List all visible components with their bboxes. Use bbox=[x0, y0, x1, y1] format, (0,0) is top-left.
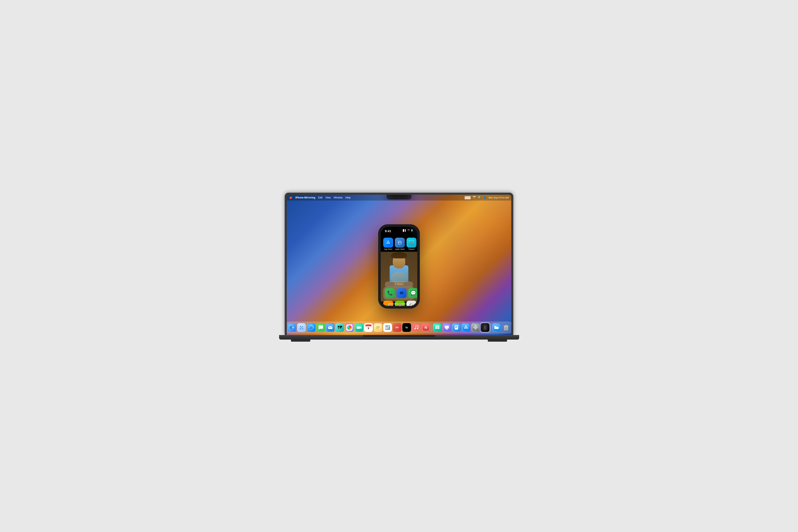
fitness-icon bbox=[406, 238, 416, 247]
dock-system-prefs[interactable] bbox=[471, 323, 480, 332]
svg-rect-61 bbox=[504, 325, 509, 326]
notes-icon bbox=[375, 324, 381, 330]
svg-rect-39 bbox=[437, 327, 439, 328]
trash-icon bbox=[503, 324, 509, 331]
svg-point-16 bbox=[302, 328, 303, 329]
svg-text:9: 9 bbox=[368, 327, 369, 330]
dock-files[interactable] bbox=[492, 323, 501, 332]
dock-music[interactable] bbox=[412, 323, 421, 332]
svg-rect-44 bbox=[446, 328, 448, 329]
mail-icon: ✉ bbox=[397, 288, 406, 298]
messages-icon bbox=[318, 324, 324, 330]
svg-rect-38 bbox=[435, 327, 437, 328]
threads-icon bbox=[406, 301, 416, 306]
svg-rect-26 bbox=[365, 325, 372, 326]
dock-reminders[interactable]: ☑️ bbox=[383, 323, 392, 332]
finder-icon bbox=[289, 324, 295, 331]
iphone-app-applestore[interactable]: Apple Store bbox=[395, 238, 405, 250]
dock-maps[interactable]: 🗺 bbox=[336, 323, 344, 332]
datetime-display: Mon Sep 9 9:41 AM bbox=[489, 196, 509, 199]
svg-rect-29 bbox=[376, 326, 380, 326]
dock-freeform[interactable]: ✏ bbox=[393, 323, 401, 332]
iphone-app-appstore[interactable]: App Store bbox=[383, 238, 393, 250]
iphone-dock-phone[interactable]: 📞 bbox=[385, 288, 395, 298]
svg-point-54 bbox=[475, 327, 476, 328]
iphone-app-bumble[interactable]: 🐝 Bumble bbox=[383, 301, 393, 306]
apple-menu[interactable]: 🍎 bbox=[289, 196, 292, 199]
svg-point-13 bbox=[300, 326, 301, 327]
keynote-icon bbox=[444, 324, 450, 330]
dock-safari[interactable] bbox=[307, 323, 316, 332]
iphone-app-fitness[interactable]: Fitness bbox=[406, 238, 416, 250]
dock-keynote[interactable] bbox=[442, 323, 451, 332]
dock-iphone-mirror[interactable] bbox=[481, 323, 489, 332]
menu-bar-right: ▓▓▓ 🔍 bbox=[465, 196, 509, 199]
iphone-app-threads[interactable]: Threads bbox=[406, 301, 416, 306]
svg-rect-62 bbox=[505, 325, 507, 325]
news-icon: N bbox=[423, 324, 429, 330]
user-icon[interactable]: 👤 bbox=[483, 196, 487, 199]
appstore-label: App Store bbox=[384, 248, 392, 250]
dock-appstore[interactable] bbox=[461, 323, 470, 332]
svg-point-11 bbox=[292, 327, 293, 328]
dock-mail[interactable] bbox=[326, 323, 335, 332]
dock-finder[interactable] bbox=[288, 323, 296, 332]
iphone-device[interactable]: 9:41 ▐▌▌ bbox=[378, 224, 420, 308]
view-menu[interactable]: View bbox=[325, 196, 331, 199]
svg-rect-31 bbox=[376, 328, 378, 328]
dock-news[interactable]: N bbox=[421, 323, 430, 332]
dock-pages[interactable] bbox=[452, 323, 461, 332]
dock-appletv[interactable]: tv bbox=[402, 323, 411, 332]
iphone-dock-mail[interactable]: ✉ bbox=[397, 288, 406, 298]
bumble-icon: 🐝 bbox=[383, 301, 393, 306]
svg-rect-37 bbox=[435, 326, 439, 326]
svg-point-10 bbox=[290, 327, 291, 328]
files-icon bbox=[493, 324, 499, 330]
macbook-foot-left bbox=[291, 339, 310, 342]
reminders-icon: ☑️ bbox=[385, 325, 390, 330]
iphone-screen: 9:41 ▐▌▌ bbox=[381, 227, 417, 306]
battery-icon[interactable]: ▓▓▓ bbox=[465, 196, 471, 199]
dock-numbers[interactable] bbox=[433, 323, 442, 332]
facetime-icon bbox=[356, 324, 362, 330]
search-icon[interactable]: 🔍 bbox=[478, 196, 481, 199]
macbook-foot-right bbox=[488, 339, 507, 342]
safari-icon bbox=[308, 324, 314, 330]
dock-divider-2 bbox=[491, 324, 491, 331]
macbook-lid: 🍎 iPhone Mirroring Edit View Window Help… bbox=[285, 193, 513, 335]
svg-rect-32 bbox=[413, 324, 419, 330]
svg-rect-30 bbox=[376, 327, 380, 327]
app-name-menu[interactable]: iPhone Mirroring bbox=[295, 196, 315, 199]
calendar-icon: 9 bbox=[365, 324, 372, 330]
iphone-dock-messages[interactable]: 💬 bbox=[408, 288, 417, 298]
wifi-icon[interactable] bbox=[473, 196, 476, 199]
window-menu[interactable]: Window bbox=[334, 196, 342, 199]
edit-menu[interactable]: Edit bbox=[318, 196, 323, 199]
svg-rect-41 bbox=[437, 328, 439, 329]
help-menu[interactable]: Help bbox=[345, 196, 350, 199]
iphone-mid-apps: 🐝 Bumble 🦉 Duolingo bbox=[383, 301, 415, 306]
appstore-dock-icon bbox=[463, 324, 469, 330]
pages-dock-icon bbox=[453, 324, 459, 330]
dock-messages[interactable] bbox=[316, 323, 325, 332]
dock-launchpad[interactable] bbox=[297, 323, 306, 332]
macbook: 🍎 iPhone Mirroring Edit View Window Help… bbox=[285, 193, 513, 340]
dock-facetime[interactable] bbox=[355, 323, 363, 332]
svg-rect-45 bbox=[445, 329, 448, 329]
imessages-icon: 💬 bbox=[408, 288, 417, 298]
screen-bezel: 🍎 iPhone Mirroring Edit View Window Help… bbox=[287, 195, 511, 335]
photos-icon bbox=[346, 324, 353, 330]
duolingo-icon: 🦉 bbox=[395, 301, 405, 306]
iphone-status-icons: ▐▌▌ bbox=[402, 229, 413, 231]
mail-dock-icon bbox=[327, 324, 333, 330]
iphone-app-duolingo[interactable]: 🦉 Duolingo bbox=[395, 301, 405, 306]
iphone-dock: 📞 ✉ 💬 bbox=[383, 287, 415, 300]
svg-rect-48 bbox=[455, 326, 458, 327]
svg-rect-1 bbox=[397, 240, 403, 245]
dock-calendar[interactable]: 9 bbox=[364, 323, 373, 332]
dock-trash[interactable] bbox=[502, 323, 510, 332]
signal-icon: ▐▌▌ bbox=[402, 229, 406, 231]
dock-photos[interactable] bbox=[345, 323, 354, 332]
dock-notes[interactable] bbox=[374, 323, 382, 332]
macos-desktop: 🍎 iPhone Mirroring Edit View Window Help… bbox=[287, 195, 511, 335]
